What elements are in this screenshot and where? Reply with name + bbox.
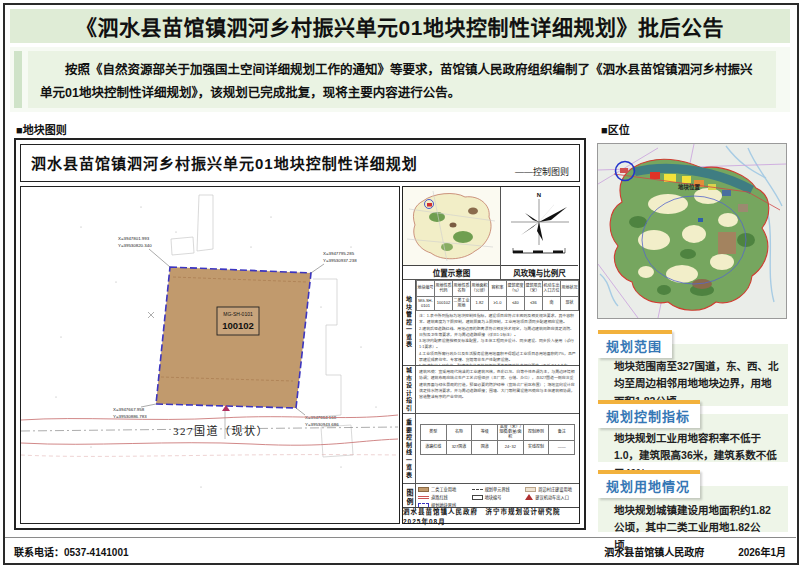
footer-date: 2026年1月 xyxy=(738,544,786,559)
svg-text:Y=39530943.686: Y=39530943.686 xyxy=(305,422,339,427)
control-table-side-label: 地块管控一览表 xyxy=(403,280,416,365)
plot-section-label: ■地块图则 xyxy=(16,121,67,137)
control-table: 地块编号用地性质代码 用地性质名称用地面积（公顷） 容积率建筑密度（%） 建筑限… xyxy=(416,280,579,311)
legend-item: 二类工业用地 xyxy=(418,486,470,492)
parcel-code-box-icon xyxy=(472,495,483,500)
design-guide-section: 城市设计指引 建筑风貌：宜采用现代简洁的工业建筑风格，色彩以灰、白等中性色调为主… xyxy=(403,366,579,414)
village-land-swatch-icon xyxy=(525,487,536,492)
north-label: N xyxy=(537,192,541,198)
plot-location-label: 地块位置 xyxy=(678,183,701,191)
legend-item: 建议机动车出入口 xyxy=(525,494,577,500)
announcement-sheet: 《泗水县苗馆镇泗河乡村振兴单元01地块控制性详细规划》批后公告 按照《自然资源部… xyxy=(0,0,800,566)
road-redline-icon xyxy=(418,496,429,499)
industrial-swatch-icon xyxy=(418,487,429,492)
plot-patch xyxy=(620,168,628,173)
location-section-label: ■区位 xyxy=(601,121,630,137)
legend-item: 周边村庄建设用地 xyxy=(525,486,577,492)
map-frame-title: 泗水县苗馆镇泗河乡村振兴单元01地块控制性详细规划 xyxy=(31,152,418,173)
vehicle-entry-icon xyxy=(525,494,533,500)
intro-accent-strip xyxy=(14,51,22,108)
legend-item: 规划单元界线 xyxy=(472,486,524,492)
location-sketch-label: 位置示意图 xyxy=(403,265,500,279)
svg-text:X=3947801.993: X=3947801.993 xyxy=(118,236,150,241)
windrose-svg: N xyxy=(501,187,577,265)
contact-phone: 联系电话：0537-4141001 xyxy=(14,544,129,559)
design-guide-text: 建筑风貌：宜采用现代简洁的工业建筑风格，色彩以灰、白等中性色调为主，与周边环境相… xyxy=(416,366,579,413)
unit-boundary-icon xyxy=(472,489,483,490)
control-lines-side-label: 重要控制线一览表 xyxy=(403,414,416,483)
parcel-code-text: MG-SH-0101 xyxy=(223,311,253,317)
svg-text:X=3947667.958: X=3947667.958 xyxy=(113,407,145,412)
road-label: 327国道（现状） xyxy=(173,424,269,437)
parcel-drawing: MG-SH-0101 100102 X=3947801.993 Y=395308… xyxy=(20,186,400,524)
design-guide-side-label: 城市设计指引 xyxy=(403,366,416,413)
brown-district xyxy=(718,232,736,254)
page-title: 《泗水县苗馆镇泗河乡村振兴单元01地块控制性详细规划》批后公告 xyxy=(10,9,790,43)
svg-text:X=3947795.285: X=3947795.285 xyxy=(323,251,355,256)
location-map-svg: 地块位置 xyxy=(598,144,786,318)
scale-bar xyxy=(513,248,565,253)
control-lines-table: 类型名称 等级宽度（米）/规模/数量/面积 控制原则备注 道路红线327国道 国… xyxy=(420,424,575,455)
info-title-landuse: 规划用地情况 xyxy=(598,470,700,498)
plot-map-frame: 泗水县苗馆镇泗河乡村振兴单元01地块控制性详细规划 ——控制图则 xyxy=(14,138,586,530)
footer-bar: 联系电话：0537-4141001 泗水县苗馆镇人民政府 2026年1月 xyxy=(4,540,796,562)
svg-text:Y=39530886.783: Y=39530886.783 xyxy=(113,414,147,419)
windrose-label: 风玫瑰与比例尺 xyxy=(501,265,578,279)
control-lines-section: 重要控制线一览表 类型名称 等级宽度（米）/规模/数量/面积 控制原则备注 道路… xyxy=(403,414,579,484)
map-frame-subtitle: ——控制图则 xyxy=(515,165,569,178)
parcel-polygon xyxy=(156,267,311,408)
map-frame-footer: 泗水县苗馆镇人民政府 济宁市规划设计研究院 2025年08月 xyxy=(403,507,579,523)
cross-marker xyxy=(148,312,154,318)
info-title-scope: 规划范围 xyxy=(598,330,672,358)
control-table-notes: 注：1.表中所列指标为地块控制性指标，建设项目应符合本图则及相关规范要求，其中容… xyxy=(416,311,579,365)
legend-item: 道路红线 xyxy=(418,494,470,500)
svg-text:Y=39530937.238: Y=39530937.238 xyxy=(323,258,357,263)
location-sketch-map xyxy=(403,187,500,265)
control-table-section: 地块管控一览表 地块编号用地性质代码 用地性质名称用地面积（公顷） 容积率建筑密… xyxy=(403,280,579,366)
map-info-strip: 位置示意图 N xyxy=(402,186,580,524)
legend-item: 地块编号 xyxy=(472,494,524,500)
footer-divider xyxy=(4,537,796,538)
svg-text:Y=39530820.340: Y=39530820.340 xyxy=(118,243,152,248)
info-title-indicators: 规划控制指标 xyxy=(598,400,700,428)
windrose-panel: N xyxy=(501,187,578,279)
parcel-drawing-svg: MG-SH-0101 100102 X=3947801.993 Y=395308… xyxy=(21,187,398,522)
strip-row-top: 位置示意图 N xyxy=(403,187,579,280)
parcel-number-text: 100102 xyxy=(222,320,254,331)
location-sketch-panel: 位置示意图 xyxy=(403,187,501,279)
intro-text: 按照《自然资源部关于加强国土空间详细规划工作的通知》等要求，苗馆镇人民政府组织编… xyxy=(28,51,776,108)
location-map-frame: 地块位置 xyxy=(597,143,787,319)
map-frame-header: 泗水县苗馆镇泗河乡村振兴单元01地块控制性详细规划 ——控制图则 xyxy=(20,144,580,182)
